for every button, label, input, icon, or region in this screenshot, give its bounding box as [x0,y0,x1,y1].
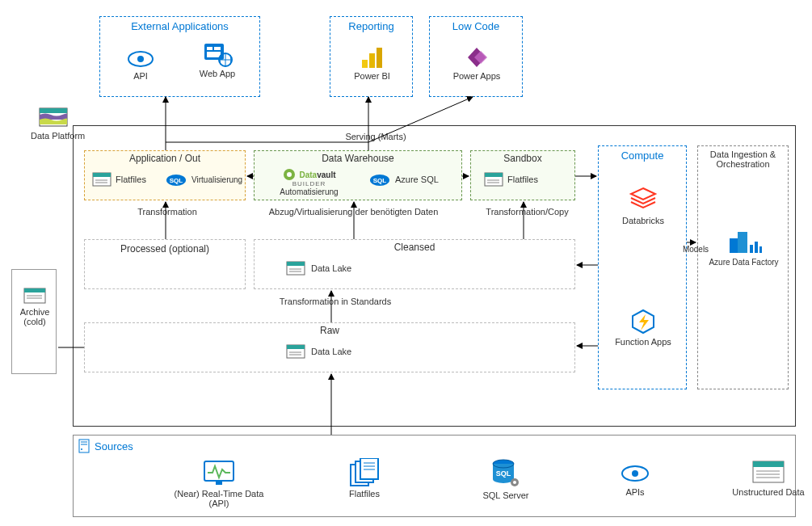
svg-rect-28 [750,245,753,253]
sandbox-flatfiles-icon [483,170,504,188]
svg-rect-27 [738,232,747,253]
realtime-label: (Near) Real-Time Data (API) [166,489,271,508]
svg-text:SQL: SQL [170,177,183,184]
realtime-icon [201,458,237,487]
webapp-label: Web App [189,69,246,78]
dw-box: Data Warehouse Datavault BUILDER Automat… [254,150,462,200]
svg-rect-9 [377,48,382,68]
svg-point-59 [513,481,516,484]
powerbi-label: Power BI [343,71,402,81]
svg-rect-29 [755,242,758,253]
sources-title: Sources [95,440,133,452]
datalake-icon-2 [285,343,306,360]
svg-rect-23 [485,173,503,177]
apis-icon [618,460,652,486]
raw-box: Raw Data Lake [84,322,575,372]
lowcode-box: Low Code Power Apps [429,16,523,97]
appout-box: Application / Out Flatfiles SQL Virtuali… [84,150,246,200]
sql-cloud-icon: SQL [164,170,188,188]
data-platform-label: Data Platform [31,131,76,141]
serving-label: Serving (Marts) [335,132,416,141]
raw-title: Raw [85,323,574,338]
adf-label: Azure Data Factory [705,258,783,267]
models-label: Models [675,245,716,254]
reporting-box: Reporting Power BI [330,16,413,97]
adf-icon [726,227,762,256]
webapp-icon [201,41,234,67]
svg-rect-7 [362,60,368,68]
powerapps-icon [463,45,490,69]
databricks-icon [628,187,658,214]
svg-rect-5 [207,52,221,57]
azuresql-label: Azure SQL [395,175,439,184]
datalake-icon-1 [285,259,306,277]
svg-rect-48 [216,482,222,485]
compute-box: Compute Databricks Function Apps [598,145,687,389]
sandbox-box: Sandbox Flatfiles [470,150,575,200]
svg-rect-36 [287,345,305,349]
external-applications-box: External Applications API Web App [99,16,260,97]
lowcode-title: Low Code [430,17,522,36]
reporting-title: Reporting [330,17,412,36]
appout-title: Application / Out [85,151,245,166]
api-label: API [116,71,165,81]
svg-point-1 [137,56,144,62]
powerapps-label: Power Apps [444,71,509,81]
flatfiles-icon [91,170,112,188]
processed-title: Processed (optional) [85,240,245,258]
archive-box: Archive (cold) [11,269,57,374]
svg-rect-11 [40,108,67,113]
transformation-label: Transformation [131,207,204,217]
external-apps-title: External Applications [100,17,259,36]
dw-title: Data Warehouse [255,151,461,166]
svg-rect-8 [369,53,375,68]
cleansed-title: Cleansed [255,240,574,255]
svg-rect-30 [759,246,762,253]
sandbox-flatfiles-label: Flatfiles [507,175,538,184]
svg-point-46 [81,448,82,450]
svg-point-61 [632,470,638,477]
svg-text:SQL: SQL [496,469,511,478]
data-platform-icon-block: Data Platform [31,105,76,141]
transformstd-label: Transformation in Standards [271,297,400,306]
svg-rect-4 [214,47,221,50]
powerbi-icon [359,45,386,69]
svg-text:SQL: SQL [373,177,387,184]
api-cloud-icon [124,45,157,69]
appout-flatfiles-label: Flatfiles [116,175,146,184]
raw-datalake-label: Data Lake [311,347,351,356]
unstructured-label: Unstructured Data [720,487,812,497]
unstructured-icon [751,458,786,486]
databricks-label: Databricks [615,216,671,225]
svg-rect-32 [287,262,305,266]
svg-point-19 [287,172,292,177]
functions-label: Function Apps [608,337,678,347]
archive-label: Archive (cold) [17,307,53,326]
cleansed-datalake-label: Data Lake [311,263,351,273]
processed-box: Processed (optional) [84,239,246,289]
appout-virt-label: Virtualisierung [191,175,242,184]
compute-title: Compute [599,146,686,165]
svg-rect-51 [360,458,378,479]
cleansed-box: Cleansed Data Lake [254,239,575,289]
function-apps-icon [628,308,658,335]
archive-icon [23,286,47,305]
flatfiles-source-icon [347,458,381,487]
dw-auto-label: Automatisierung [263,187,356,196]
flatfiles-source-label: Flatfiles [332,489,397,499]
ingest-box: Data Ingestion & Orchestration Azure Dat… [697,145,789,389]
svg-rect-3 [207,47,212,50]
data-platform-icon [37,105,69,129]
apis-label: APIs [607,487,663,497]
transformcopy-label: Transformation/Copy [477,207,578,217]
sources-box: Sources (Near) Real-Time Data (API) Flat… [73,435,796,517]
sandbox-title: Sandbox [471,151,574,166]
azuresql-cloud-icon: SQL [368,170,392,188]
svg-rect-43 [79,440,89,452]
svg-rect-13 [93,173,111,177]
abzug-label: Abzug/Virtualisierung der benötigten Dat… [250,207,456,217]
sqlserver-icon: SQL [490,458,522,489]
svg-rect-40 [24,288,45,292]
ingest-title: Data Ingestion & Orchestration [698,146,788,172]
sqlserver-label: SQL Server [469,490,542,500]
